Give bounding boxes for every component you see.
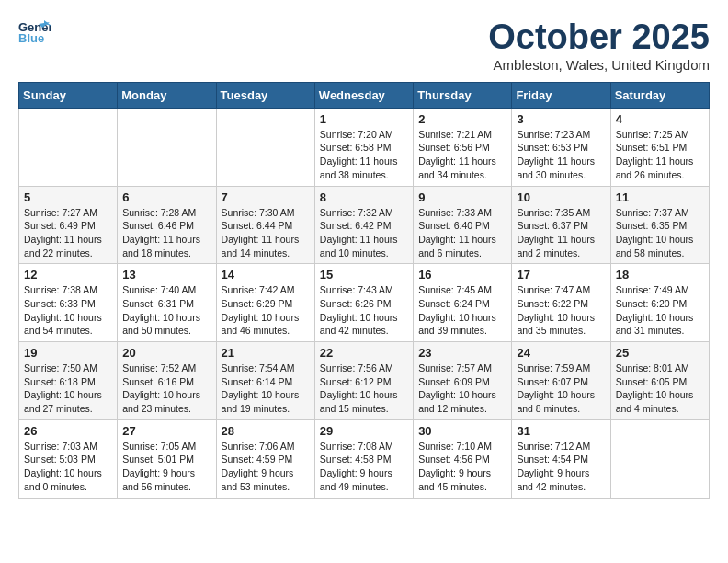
sunrise-text: Sunrise: 7:40 AM: [122, 284, 196, 295]
cell-content: Sunrise: 7:37 AMSunset: 6:35 PMDaylight:…: [616, 206, 704, 260]
sunset-text: Sunset: 6:51 PM: [616, 142, 688, 153]
week-row-2: 5Sunrise: 7:27 AMSunset: 6:49 PMDaylight…: [19, 186, 710, 264]
cell-content: Sunrise: 8:01 AMSunset: 6:05 PMDaylight:…: [616, 362, 704, 416]
cell-content: Sunrise: 7:33 AMSunset: 6:40 PMDaylight:…: [418, 206, 506, 260]
cell-content: Sunrise: 7:49 AMSunset: 6:20 PMDaylight:…: [616, 283, 704, 338]
day-cell: 25Sunrise: 8:01 AMSunset: 6:05 PMDayligh…: [610, 342, 709, 420]
sunset-text: Sunset: 6:58 PM: [320, 142, 392, 153]
col-header-wednesday: Wednesday: [314, 82, 413, 108]
week-row-4: 19Sunrise: 7:50 AMSunset: 6:18 PMDayligh…: [19, 342, 710, 420]
sunrise-text: Sunrise: 7:30 AM: [222, 207, 295, 218]
day-number: 2: [418, 112, 506, 126]
daylight-text: Daylight: 11 hours and 38 minutes.: [320, 155, 398, 180]
day-number: 19: [24, 346, 112, 360]
day-cell: 2Sunrise: 7:21 AMSunset: 6:56 PMDaylight…: [414, 108, 512, 186]
day-cell: 15Sunrise: 7:43 AMSunset: 6:26 PMDayligh…: [314, 264, 413, 342]
sunset-text: Sunset: 6:22 PM: [517, 298, 588, 309]
daylight-text: Daylight: 11 hours and 18 minutes.: [122, 234, 200, 259]
day-cell: 16Sunrise: 7:45 AMSunset: 6:24 PMDayligh…: [414, 264, 512, 342]
daylight-text: Daylight: 11 hours and 30 minutes.: [517, 155, 595, 180]
day-cell: 1Sunrise: 7:20 AMSunset: 6:58 PMDaylight…: [314, 108, 413, 186]
cell-content: Sunrise: 7:32 AMSunset: 6:42 PMDaylight:…: [320, 206, 408, 260]
calendar-header-row: SundayMondayTuesdayWednesdayThursdayFrid…: [19, 82, 710, 108]
sunrise-text: Sunrise: 7:49 AM: [616, 284, 689, 295]
sunrise-text: Sunrise: 7:21 AM: [418, 129, 492, 140]
cell-content: Sunrise: 7:54 AMSunset: 6:14 PMDaylight:…: [222, 362, 310, 416]
sunrise-text: Sunrise: 7:05 AM: [122, 441, 196, 452]
day-cell: 7Sunrise: 7:30 AMSunset: 6:44 PMDaylight…: [216, 186, 314, 264]
day-number: 25: [616, 346, 704, 360]
sunset-text: Sunset: 4:58 PM: [320, 454, 392, 465]
day-cell: [610, 419, 709, 498]
daylight-text: Daylight: 10 hours and 15 minutes.: [320, 389, 398, 414]
sunrise-text: Sunrise: 7:25 AM: [616, 129, 689, 140]
daylight-text: Daylight: 11 hours and 10 minutes.: [320, 234, 398, 259]
sunrise-text: Sunrise: 7:32 AM: [320, 207, 393, 218]
day-cell: 23Sunrise: 7:57 AMSunset: 6:09 PMDayligh…: [414, 342, 512, 420]
cell-content: Sunrise: 7:35 AMSunset: 6:37 PMDaylight:…: [517, 206, 605, 260]
cell-content: Sunrise: 7:56 AMSunset: 6:12 PMDaylight:…: [320, 362, 408, 416]
day-number: 4: [616, 112, 704, 126]
daylight-text: Daylight: 11 hours and 34 minutes.: [418, 155, 496, 180]
day-number: 17: [517, 268, 605, 282]
day-cell: 8Sunrise: 7:32 AMSunset: 6:42 PMDaylight…: [314, 186, 413, 264]
daylight-text: Daylight: 9 hours and 56 minutes.: [122, 467, 195, 492]
day-number: 3: [517, 112, 605, 126]
cell-content: Sunrise: 7:08 AMSunset: 4:58 PMDaylight:…: [320, 440, 408, 494]
sunrise-text: Sunrise: 7:28 AM: [122, 207, 196, 218]
day-number: 26: [24, 424, 112, 438]
sunset-text: Sunset: 5:03 PM: [24, 454, 96, 465]
day-cell: 9Sunrise: 7:33 AMSunset: 6:40 PMDaylight…: [414, 186, 512, 264]
cell-content: Sunrise: 7:03 AMSunset: 5:03 PMDaylight:…: [24, 440, 112, 494]
sunset-text: Sunset: 6:05 PM: [616, 376, 688, 387]
day-number: 24: [517, 346, 605, 360]
sunset-text: Sunset: 4:56 PM: [418, 454, 490, 465]
day-cell: 21Sunrise: 7:54 AMSunset: 6:14 PMDayligh…: [216, 342, 314, 420]
sunset-text: Sunset: 5:01 PM: [122, 454, 194, 465]
sunrise-text: Sunrise: 7:50 AM: [24, 362, 97, 373]
day-cell: 11Sunrise: 7:37 AMSunset: 6:35 PMDayligh…: [610, 186, 709, 264]
daylight-text: Daylight: 11 hours and 14 minutes.: [222, 234, 300, 259]
sunset-text: Sunset: 6:26 PM: [320, 298, 392, 309]
cell-content: Sunrise: 7:05 AMSunset: 5:01 PMDaylight:…: [122, 440, 210, 494]
sunrise-text: Sunrise: 7:03 AM: [24, 441, 97, 452]
cell-content: Sunrise: 7:30 AMSunset: 6:44 PMDaylight:…: [222, 206, 310, 260]
day-cell: 12Sunrise: 7:38 AMSunset: 6:33 PMDayligh…: [19, 264, 118, 342]
week-row-5: 26Sunrise: 7:03 AMSunset: 5:03 PMDayligh…: [19, 419, 710, 498]
cell-content: Sunrise: 7:10 AMSunset: 4:56 PMDaylight:…: [418, 440, 506, 494]
day-cell: 3Sunrise: 7:23 AMSunset: 6:53 PMDaylight…: [512, 108, 610, 186]
cell-content: Sunrise: 7:25 AMSunset: 6:51 PMDaylight:…: [616, 128, 704, 182]
day-number: 8: [320, 190, 408, 204]
daylight-text: Daylight: 10 hours and 46 minutes.: [222, 312, 300, 337]
sunset-text: Sunset: 6:44 PM: [222, 220, 293, 231]
daylight-text: Daylight: 11 hours and 2 minutes.: [517, 234, 595, 259]
daylight-text: Daylight: 10 hours and 39 minutes.: [418, 312, 496, 337]
cell-content: Sunrise: 7:52 AMSunset: 6:16 PMDaylight:…: [122, 362, 210, 416]
sunrise-text: Sunrise: 7:10 AM: [418, 441, 492, 452]
sunrise-text: Sunrise: 7:08 AM: [320, 441, 393, 452]
col-header-thursday: Thursday: [414, 82, 512, 108]
day-number: 27: [122, 424, 210, 438]
sunset-text: Sunset: 6:14 PM: [222, 376, 293, 387]
day-cell: 28Sunrise: 7:06 AMSunset: 4:59 PMDayligh…: [216, 419, 314, 498]
sunrise-text: Sunrise: 8:01 AM: [616, 362, 689, 373]
daylight-text: Daylight: 10 hours and 35 minutes.: [517, 312, 595, 337]
day-cell: [216, 108, 314, 186]
logo: General Blue: [18, 18, 51, 44]
sunset-text: Sunset: 4:59 PM: [222, 454, 293, 465]
sunrise-text: Sunrise: 7:35 AM: [517, 207, 590, 218]
daylight-text: Daylight: 10 hours and 0 minutes.: [24, 467, 102, 492]
sunrise-text: Sunrise: 7:45 AM: [418, 284, 492, 295]
cell-content: Sunrise: 7:12 AMSunset: 4:54 PMDaylight:…: [517, 440, 605, 494]
sunset-text: Sunset: 6:53 PM: [517, 142, 588, 153]
sunrise-text: Sunrise: 7:59 AM: [517, 362, 590, 373]
daylight-text: Daylight: 10 hours and 27 minutes.: [24, 389, 102, 414]
sunrise-text: Sunrise: 7:42 AM: [222, 284, 295, 295]
cell-content: Sunrise: 7:50 AMSunset: 6:18 PMDaylight:…: [24, 362, 112, 416]
day-cell: 18Sunrise: 7:49 AMSunset: 6:20 PMDayligh…: [610, 264, 709, 342]
sunset-text: Sunset: 6:37 PM: [517, 220, 588, 231]
cell-content: Sunrise: 7:45 AMSunset: 6:24 PMDaylight:…: [418, 283, 506, 338]
sunset-text: Sunset: 6:42 PM: [320, 220, 392, 231]
sunrise-text: Sunrise: 7:27 AM: [24, 207, 97, 218]
daylight-text: Daylight: 11 hours and 6 minutes.: [418, 234, 496, 259]
